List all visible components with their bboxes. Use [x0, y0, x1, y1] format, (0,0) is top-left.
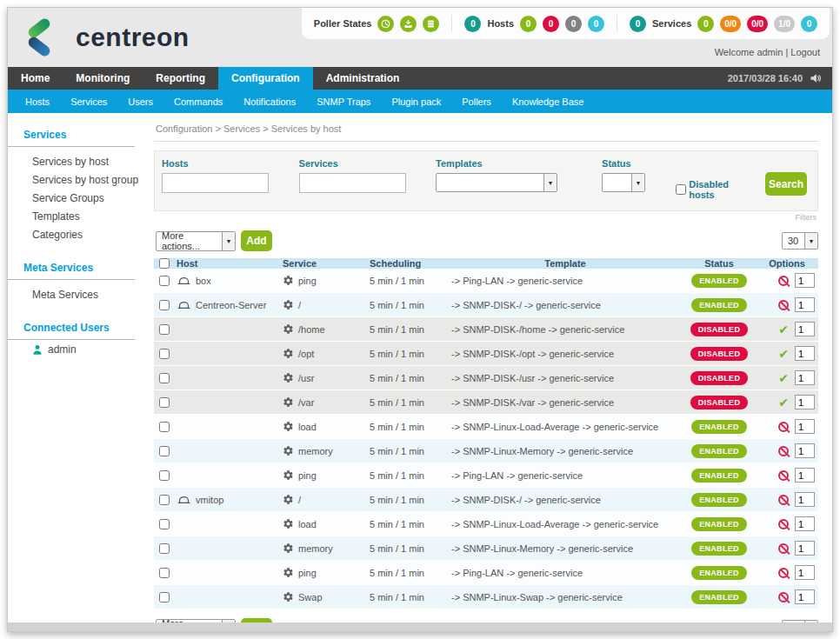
enable-icon[interactable]: ✔: [778, 324, 789, 335]
service-name-link[interactable]: load: [298, 422, 317, 432]
row-checkbox[interactable]: [159, 592, 170, 602]
disable-icon[interactable]: [778, 422, 789, 432]
row-checkbox[interactable]: [159, 422, 170, 432]
service-name-link[interactable]: ping: [298, 470, 317, 481]
row-checkbox[interactable]: [159, 349, 170, 359]
row-checkbox[interactable]: [159, 300, 170, 310]
add-button-top[interactable]: Add: [241, 230, 272, 251]
sidebar-item-services-by-host-group[interactable]: Services by host group: [8, 171, 145, 190]
tab-monitoring[interactable]: Monitoring: [63, 67, 143, 90]
duplicate-count-input[interactable]: [795, 273, 815, 288]
duplicate-count-input[interactable]: [795, 419, 815, 434]
row-checkbox[interactable]: [159, 276, 170, 286]
service-name-link[interactable]: memory: [298, 543, 333, 554]
service-name-link[interactable]: ping: [298, 276, 317, 286]
service-name-link[interactable]: /usr: [298, 373, 314, 383]
service-name-link[interactable]: Swap: [298, 592, 323, 602]
column-header-scheduling[interactable]: Scheduling: [368, 258, 450, 269]
row-checkbox[interactable]: [159, 470, 170, 481]
disabled-hosts-checkbox[interactable]: [676, 184, 686, 195]
duplicate-count-input[interactable]: [795, 565, 815, 580]
duplicate-count-input[interactable]: [795, 395, 815, 409]
subnav-hosts[interactable]: Hosts: [15, 97, 60, 107]
hosts-pending-badge[interactable]: 0: [588, 16, 604, 32]
services-warning-badge[interactable]: 0/0: [720, 16, 741, 32]
service-name-link[interactable]: /opt: [298, 349, 314, 359]
column-header-service[interactable]: Service: [281, 258, 368, 269]
sidebar-item-admin[interactable]: admin: [8, 340, 145, 357]
page-size-select-top[interactable]: 30 ▾: [782, 232, 818, 250]
disable-icon[interactable]: [778, 495, 789, 505]
column-header-options[interactable]: Options: [757, 258, 818, 269]
service-name-link[interactable]: memory: [298, 446, 333, 456]
host-name-link[interactable]: vmitop: [196, 495, 223, 505]
column-header-template[interactable]: Template: [450, 258, 681, 269]
sidebar-item-meta-services[interactable]: Meta Services: [8, 286, 145, 304]
centreon-logo[interactable]: centreon: [27, 19, 190, 56]
host-name-link[interactable]: box: [196, 276, 211, 286]
duplicate-count-input[interactable]: [795, 443, 815, 458]
subnav-users[interactable]: Users: [117, 97, 163, 107]
subnav-services[interactable]: Services: [60, 97, 117, 107]
service-name-link[interactable]: ping: [298, 568, 317, 578]
row-checkbox[interactable]: [159, 568, 170, 578]
duplicate-count-input[interactable]: [795, 468, 815, 483]
services-pending-badge[interactable]: 0: [801, 16, 817, 32]
duplicate-count-input[interactable]: [795, 297, 815, 312]
sidebar-item-categories[interactable]: Categories: [8, 226, 145, 244]
hosts-filter-input[interactable]: [162, 173, 269, 193]
duplicate-count-input[interactable]: [795, 492, 815, 507]
row-checkbox[interactable]: [159, 446, 170, 456]
subnav-knowledge-base[interactable]: Knowledge Base: [502, 97, 595, 107]
sidebar-item-service-groups[interactable]: Service Groups: [8, 190, 145, 208]
subnav-notifications[interactable]: Notifications: [233, 97, 306, 107]
column-header-host[interactable]: Host: [175, 258, 281, 269]
services-ok-badge[interactable]: 0: [697, 16, 714, 32]
duplicate-count-input[interactable]: [795, 541, 815, 556]
disable-icon[interactable]: [778, 446, 789, 456]
enable-icon[interactable]: ✔: [778, 373, 789, 383]
duplicate-count-input[interactable]: [795, 516, 815, 531]
disable-icon[interactable]: [778, 592, 789, 602]
service-name-link[interactable]: /home: [298, 324, 325, 335]
tab-configuration[interactable]: Configuration: [218, 67, 313, 90]
disable-icon[interactable]: [778, 543, 789, 554]
disable-icon[interactable]: [778, 568, 789, 578]
service-name-link[interactable]: /: [298, 300, 301, 310]
sidebar-item-templates[interactable]: Templates: [8, 208, 145, 226]
enable-icon[interactable]: ✔: [778, 397, 789, 408]
subnav-snmp-traps[interactable]: SNMP Traps: [306, 97, 381, 107]
duplicate-count-input[interactable]: [795, 589, 815, 604]
tab-home[interactable]: Home: [8, 67, 63, 90]
service-name-link[interactable]: /: [298, 495, 301, 505]
services-filter-input[interactable]: [299, 173, 406, 193]
tab-administration[interactable]: Administration: [313, 67, 413, 90]
subnav-commands[interactable]: Commands: [163, 97, 233, 107]
hosts-down-badge[interactable]: 0: [543, 16, 559, 32]
duplicate-count-input[interactable]: [795, 346, 815, 361]
disable-icon[interactable]: [778, 300, 789, 310]
search-button[interactable]: Search: [765, 172, 807, 196]
tab-reporting[interactable]: Reporting: [143, 67, 218, 90]
row-checkbox[interactable]: [159, 495, 170, 505]
row-checkbox[interactable]: [159, 397, 170, 408]
row-checkbox[interactable]: [159, 543, 170, 554]
services-total-badge[interactable]: 0: [630, 16, 646, 32]
subnav-pollers[interactable]: Pollers: [451, 97, 502, 107]
hosts-up-badge[interactable]: 0: [520, 16, 537, 32]
row-checkbox[interactable]: [159, 519, 170, 529]
host-name-link[interactable]: Centreon-Server: [196, 300, 266, 310]
select-all-checkbox[interactable]: [159, 258, 170, 269]
service-name-link[interactable]: /var: [298, 397, 314, 408]
enable-icon[interactable]: ✔: [778, 349, 789, 359]
sidebar-item-services-by-host[interactable]: Services by host: [8, 153, 145, 171]
more-actions-select-top[interactable]: More actions... ▾: [156, 231, 236, 251]
subnav-plugin-pack[interactable]: Plugin pack: [381, 97, 451, 107]
services-critical-badge[interactable]: 0/0: [747, 16, 768, 32]
poller-activity-icon[interactable]: [400, 16, 417, 32]
column-header-status[interactable]: Status: [681, 258, 757, 269]
hosts-unreachable-badge[interactable]: 0: [565, 16, 582, 32]
poller-database-icon[interactable]: [423, 16, 439, 32]
duplicate-count-input[interactable]: [795, 322, 815, 336]
row-checkbox[interactable]: [159, 324, 170, 335]
